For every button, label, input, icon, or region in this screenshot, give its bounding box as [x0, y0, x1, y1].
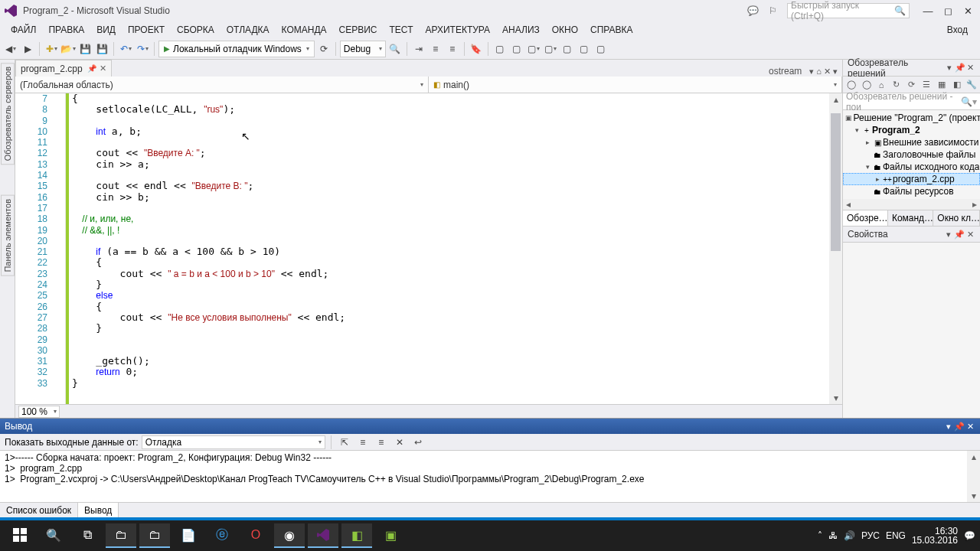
- nav-home-icon[interactable]: ⌂: [816, 67, 822, 77]
- scroll-up-button[interactable]: ▴: [829, 93, 842, 106]
- scope-function-combo[interactable]: ◧ main(): [429, 77, 842, 93]
- t4-button[interactable]: ▢: [543, 41, 558, 57]
- scroll-thumb[interactable]: [831, 113, 841, 251]
- save-button[interactable]: 💾: [77, 41, 93, 57]
- output-scrollbar[interactable]: ▴ ▾: [967, 451, 980, 502]
- comment-button[interactable]: ≡: [428, 41, 443, 57]
- maximize-button[interactable]: ◻: [939, 4, 957, 18]
- nav-menu-icon[interactable]: ▾: [833, 67, 838, 77]
- menu-arch[interactable]: АРХИТЕКТУРА: [419, 22, 496, 37]
- output-next-button[interactable]: ≡: [374, 435, 389, 450]
- open-button[interactable]: 📂: [60, 41, 76, 57]
- menu-test[interactable]: ТЕСТ: [384, 22, 420, 37]
- forward-button[interactable]: ▶: [20, 41, 35, 57]
- step-into-button[interactable]: ⇥: [411, 41, 426, 57]
- pin-icon[interactable]: 📌: [87, 64, 96, 73]
- sol-back-button[interactable]: ◯: [844, 78, 858, 92]
- vertical-scrollbar[interactable]: ▴ ▾: [829, 93, 842, 404]
- menu-project[interactable]: ПРОЕКТ: [122, 22, 171, 37]
- scroll-left-button[interactable]: ◂: [843, 198, 854, 210]
- bookmark-button[interactable]: 🔖: [469, 41, 484, 57]
- output-title-bar[interactable]: Вывод ▾ 📌 ✕: [0, 419, 980, 434]
- config-combo[interactable]: Debug: [340, 41, 386, 57]
- tray-notifications-icon[interactable]: 💬: [964, 530, 975, 541]
- back-button[interactable]: ◀: [3, 41, 18, 57]
- menu-team[interactable]: КОМАНДА: [276, 22, 333, 37]
- panel-pin-icon[interactable]: 📌: [954, 230, 965, 240]
- sol-preview-button[interactable]: ◧: [950, 78, 964, 92]
- expander-icon[interactable]: ▾: [852, 126, 861, 134]
- menu-analyze[interactable]: АНАЛИЗ: [496, 22, 546, 37]
- tab-classes[interactable]: Окно кл…: [933, 210, 980, 226]
- redo-button[interactable]: ↷: [135, 41, 150, 57]
- tree-folder-src[interactable]: ▾ 🖿 Файлы исходного кода: [843, 161, 980, 173]
- tree-solution-node[interactable]: ▣ Решение "Program_2" (проекто: [843, 112, 980, 124]
- tray-chevron-icon[interactable]: ˄: [818, 530, 822, 541]
- menu-view[interactable]: ВИД: [90, 22, 122, 37]
- taskbar-opera[interactable]: O: [240, 523, 271, 548]
- tab-explorer[interactable]: Обозре…: [843, 210, 888, 226]
- taskbar-explorer[interactable]: 🗀: [106, 523, 136, 548]
- task-view-button[interactable]: ⧉: [72, 523, 103, 548]
- tray-volume-icon[interactable]: 🔊: [844, 530, 855, 541]
- notifications-icon[interactable]: ⚐: [763, 3, 782, 18]
- nav-close-icon[interactable]: ✕: [824, 67, 831, 77]
- feedback-icon[interactable]: 💬: [743, 3, 763, 18]
- menu-edit[interactable]: ПРАВКА: [42, 22, 90, 37]
- panel-close-icon[interactable]: ✕: [965, 422, 975, 432]
- menu-help[interactable]: СПРАВКА: [584, 22, 639, 37]
- tray-clock[interactable]: 16:30 15.03.2016: [912, 527, 958, 545]
- code-editor[interactable]: 7891011121314151617181920212223242526272…: [15, 93, 842, 404]
- output-find-button[interactable]: ⇱: [337, 435, 352, 450]
- panel-close-icon[interactable]: ✕: [965, 230, 975, 240]
- taskbar-camtasia[interactable]: ◧: [341, 523, 372, 548]
- solution-search-input[interactable]: Обозреватель решений - пои 🔍 ▾: [843, 93, 980, 110]
- close-tab-icon[interactable]: ✕: [100, 64, 106, 73]
- browser-refresh-button[interactable]: ⟳: [316, 41, 332, 57]
- tab-error-list[interactable]: Список ошибок: [0, 503, 78, 517]
- panel-pin-icon[interactable]: 📌: [954, 422, 965, 432]
- scroll-up-button[interactable]: ▴: [967, 451, 980, 463]
- tree-project-node[interactable]: ▾ + Program_2: [843, 124, 980, 136]
- uncomment-button[interactable]: ≡: [445, 41, 460, 57]
- output-wrap-button[interactable]: ↩: [410, 435, 426, 450]
- expander-icon[interactable]: ▣: [844, 114, 853, 122]
- taskbar-app[interactable]: ▣: [375, 523, 406, 548]
- code-text[interactable]: { setlocale(LC_ALL, "rus"); int a, b; co…: [69, 93, 829, 404]
- tree-folder-ext[interactable]: ▸ ▣ Внешние зависимости: [843, 136, 980, 148]
- undo-button[interactable]: ↶: [118, 41, 133, 57]
- expander-icon[interactable]: ▾: [863, 163, 872, 171]
- panel-pin-icon[interactable]: 📌: [955, 63, 965, 73]
- menu-debug[interactable]: ОТЛАДКА: [220, 22, 276, 37]
- output-text[interactable]: 1>------ Сборка начата: проект: Program_…: [0, 451, 980, 502]
- tray-network-icon[interactable]: 🖧: [828, 530, 838, 541]
- tab-team[interactable]: Команд…: [888, 210, 933, 226]
- scroll-right-button[interactable]: ▸: [969, 198, 980, 210]
- server-explorer-tab[interactable]: Обозреватель серверов: [1, 63, 15, 165]
- close-button[interactable]: ✕: [959, 4, 977, 18]
- solution-hscrollbar[interactable]: ◂ ▸: [843, 199, 980, 210]
- toolbox-tab[interactable]: Панель элементов: [1, 195, 15, 276]
- file-tab-active[interactable]: program_2.cpp 📌 ✕: [15, 60, 112, 77]
- panel-close-icon[interactable]: ✕: [965, 63, 975, 73]
- start-debugging-button[interactable]: ▶ Локальный отладчик Windows: [158, 41, 315, 57]
- fold-strip[interactable]: [57, 93, 66, 404]
- search-button[interactable]: 🔍: [38, 523, 69, 548]
- tray-lang2[interactable]: ENG: [886, 530, 906, 541]
- start-button[interactable]: [5, 523, 35, 548]
- tab-output[interactable]: Вывод: [78, 503, 119, 517]
- t6-button[interactable]: ▢: [577, 41, 592, 57]
- solution-tree[interactable]: ▣ Решение "Program_2" (проекто ▾ + Progr…: [843, 110, 980, 199]
- new-project-button[interactable]: ✚: [44, 41, 59, 57]
- tree-folder-res[interactable]: 🖿 Файлы ресурсов: [843, 185, 980, 197]
- panel-dd-icon[interactable]: ▾: [944, 63, 954, 73]
- panel-dd-icon[interactable]: ▾: [943, 230, 954, 240]
- output-source-combo[interactable]: Отладка: [142, 435, 325, 449]
- save-all-button[interactable]: 💾: [94, 41, 109, 57]
- taskbar-explorer-2[interactable]: 🗀: [139, 523, 170, 548]
- tree-folder-hdr[interactable]: 🖿 Заголовочные файлы: [843, 148, 980, 161]
- tray-lang1[interactable]: РУС: [861, 530, 880, 541]
- menu-build[interactable]: СБОРКА: [171, 22, 220, 37]
- scroll-down-button[interactable]: ▾: [829, 392, 842, 404]
- quick-launch-input[interactable]: Быстрый запуск (Ctrl+Q) 🔍: [787, 3, 910, 18]
